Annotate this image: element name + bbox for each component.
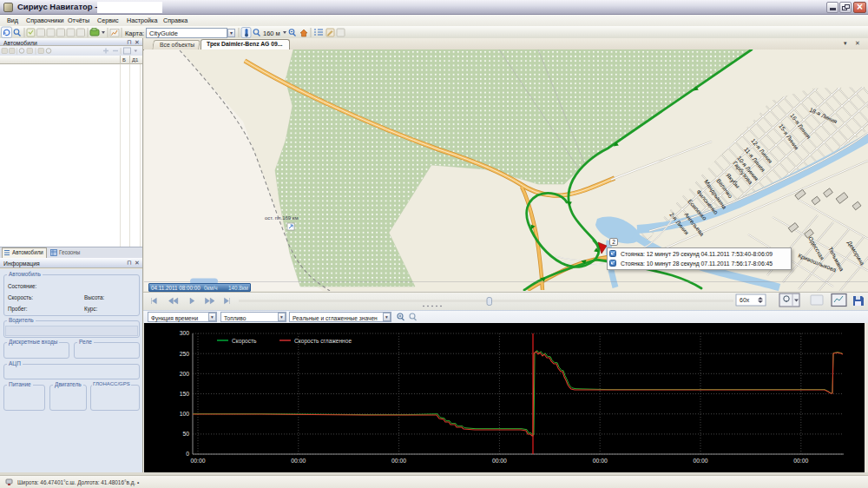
svg-text:60x: 60x bbox=[740, 297, 750, 303]
svg-text:Карта:: Карта: bbox=[125, 30, 144, 37]
svg-text:100: 100 bbox=[180, 411, 190, 417]
svg-text:Скорость: Скорость bbox=[232, 338, 257, 345]
svg-text:00:00: 00:00 bbox=[391, 458, 406, 464]
svg-text:Скорость сглаженное: Скорость сглаженное bbox=[294, 338, 352, 345]
svg-text:00:00: 00:00 bbox=[593, 458, 608, 464]
svg-text:160 м: 160 м bbox=[263, 30, 280, 37]
svg-text:00:00: 00:00 bbox=[793, 458, 808, 464]
svg-text:50: 50 bbox=[182, 431, 189, 437]
svg-text:200: 200 bbox=[180, 371, 190, 377]
svg-text:00:00: 00:00 bbox=[492, 458, 507, 464]
svg-text:ост. пл.169 км: ост. пл.169 км bbox=[265, 215, 299, 221]
svg-text:00:00: 00:00 bbox=[693, 458, 707, 464]
svg-text:0: 0 bbox=[186, 451, 189, 457]
svg-text:150: 150 bbox=[180, 391, 190, 397]
svg-text:00:00: 00:00 bbox=[291, 458, 306, 464]
svg-text:250: 250 bbox=[180, 351, 190, 357]
svg-text:00:00: 00:00 bbox=[190, 458, 205, 464]
svg-text:300: 300 bbox=[180, 330, 190, 336]
